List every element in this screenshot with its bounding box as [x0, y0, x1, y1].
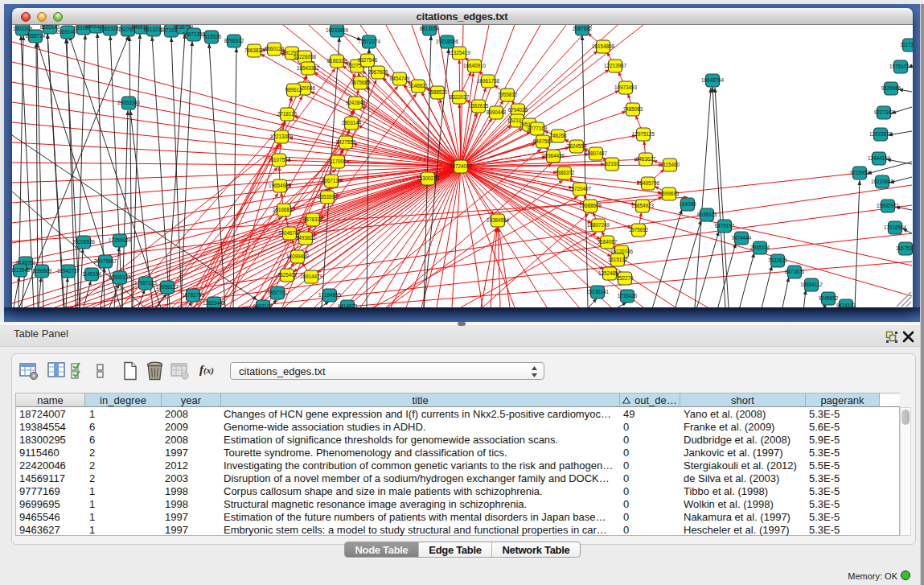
svg-text:9463627: 9463627	[636, 156, 656, 162]
svg-text:2935114: 2935114	[750, 245, 770, 250]
svg-text:16210643: 16210643	[871, 179, 894, 184]
svg-text:8296512: 8296512	[224, 38, 244, 43]
svg-text:15136141: 15136141	[586, 289, 610, 295]
svg-text:18724007: 18724007	[450, 163, 473, 169]
svg-text:73572274: 73572274	[358, 39, 381, 44]
svg-text:9115460: 9115460	[660, 162, 680, 167]
svg-text:8454749: 8454749	[390, 76, 410, 81]
svg-text:3875685: 3875685	[351, 80, 371, 85]
svg-text:16154808: 16154808	[592, 43, 615, 49]
svg-text:1362615: 1362615	[469, 103, 489, 109]
svg-text:19218506: 19218506	[436, 39, 459, 44]
svg-text:12975125: 12975125	[632, 131, 655, 137]
svg-text:9184067: 9184067	[598, 239, 618, 245]
svg-text:417006: 417006	[329, 159, 347, 164]
svg-text:19166827: 19166827	[273, 207, 296, 212]
svg-text:15692971: 15692971	[877, 203, 900, 208]
svg-text:1145194: 1145194	[82, 271, 102, 277]
svg-text:8471676: 8471676	[785, 269, 805, 274]
svg-text:252274: 252274	[616, 275, 634, 281]
svg-text:8322037: 8322037	[450, 94, 470, 100]
svg-text:9463102: 9463102	[253, 303, 273, 307]
svg-text:12093873: 12093873	[869, 131, 893, 137]
svg-text:6497568: 6497568	[533, 138, 553, 144]
svg-text:3913546: 3913546	[12, 267, 31, 273]
svg-text:13654923: 13654923	[631, 203, 655, 208]
svg-text:12444194: 12444194	[868, 155, 891, 161]
svg-text:7485063: 7485063	[623, 106, 643, 112]
svg-text:12942737: 12942737	[57, 268, 80, 274]
svg-text:12905135: 12905135	[109, 274, 132, 280]
svg-text:9857791: 9857791	[268, 290, 288, 295]
svg-text:9777169: 9777169	[528, 126, 548, 131]
svg-text:2718126: 2718126	[277, 111, 298, 117]
svg-text:10654112: 10654112	[800, 282, 823, 287]
svg-text:16640910: 16640910	[463, 63, 487, 68]
svg-text:2087682: 2087682	[573, 26, 593, 31]
svg-text:1733426: 1733426	[618, 293, 638, 299]
svg-text:9146821: 9146821	[409, 83, 429, 89]
svg-text:3267130: 3267130	[322, 178, 342, 183]
svg-text:16914479: 16914479	[300, 274, 323, 279]
svg-text:62160: 62160	[605, 161, 619, 167]
svg-text:9414873: 9414873	[338, 303, 358, 307]
svg-text:8186328: 8186328	[327, 58, 347, 64]
svg-text:19384554: 19384554	[487, 217, 510, 223]
svg-text:25495796: 25495796	[637, 180, 660, 186]
svg-text:15720407: 15720407	[569, 186, 592, 192]
svg-text:7386372: 7386372	[555, 170, 575, 175]
svg-text:30975867: 30975867	[94, 258, 117, 264]
svg-text:9699695: 9699695	[659, 191, 680, 196]
svg-text:9474103: 9474103	[836, 303, 856, 307]
svg-text:20206536: 20206536	[72, 239, 96, 245]
svg-text:1167534: 1167534	[896, 245, 913, 251]
svg-text:7625402: 7625402	[277, 272, 298, 278]
svg-text:9227342: 9227342	[874, 109, 894, 115]
svg-text:17359924: 17359924	[109, 237, 132, 243]
svg-text:17957223: 17957223	[134, 280, 158, 286]
svg-text:8813054: 8813054	[420, 26, 440, 31]
svg-text:10973493: 10973493	[614, 84, 638, 90]
svg-text:19654985: 19654985	[269, 183, 292, 188]
svg-text:746266: 746266	[549, 133, 567, 138]
svg-text:14099489: 14099489	[286, 253, 310, 259]
svg-text:8990448: 8990448	[487, 109, 507, 115]
svg-text:6794028: 6794028	[508, 107, 528, 113]
svg-text:164095: 164095	[679, 201, 696, 207]
svg-text:29053346: 29053346	[117, 100, 141, 105]
svg-text:7955812: 7955812	[498, 92, 518, 97]
svg-text:989612: 989612	[285, 87, 302, 93]
svg-text:1353594: 1353594	[318, 194, 338, 200]
svg-text:5493822: 5493822	[296, 235, 316, 241]
svg-text:10688609: 10688609	[579, 203, 602, 208]
svg-text:9245652: 9245652	[819, 295, 839, 301]
svg-text:7663822: 7663822	[244, 47, 265, 53]
svg-text:1588520: 1588520	[428, 89, 448, 95]
svg-text:2803144: 2803144	[342, 120, 362, 126]
svg-text:9329966: 9329966	[881, 85, 901, 91]
svg-text:3624554: 3624554	[567, 143, 587, 149]
svg-text:53226058: 53226058	[294, 54, 317, 60]
svg-text:11325419: 11325419	[448, 50, 470, 56]
svg-text:10958127: 10958127	[156, 284, 179, 290]
svg-text:1156809: 1156809	[32, 268, 52, 274]
svg-text:6479197: 6479197	[715, 223, 735, 229]
svg-text:15751074: 15751074	[889, 64, 913, 69]
svg-text:1615132: 1615132	[608, 257, 628, 262]
svg-text:9327546: 9327546	[358, 57, 378, 63]
svg-text:20364436: 20364436	[542, 153, 565, 159]
svg-text:9242848: 9242848	[346, 100, 366, 105]
svg-text:12823448: 12823448	[203, 300, 226, 306]
svg-text:15300273: 15300273	[417, 175, 440, 181]
svg-text:16033809: 16033809	[326, 27, 349, 33]
svg-text:2055714: 2055714	[26, 33, 46, 39]
svg-text:16782759: 16782759	[182, 292, 205, 298]
svg-text:18807249: 18807249	[587, 222, 610, 228]
svg-text:16107554: 16107554	[268, 157, 291, 163]
svg-text:7515526: 7515526	[202, 34, 222, 39]
svg-text:17016504: 17016504	[884, 225, 907, 230]
svg-text:10807487: 10807487	[585, 150, 608, 156]
svg-text:2967608: 2967608	[368, 69, 388, 75]
svg-text:8938923: 8938923	[697, 212, 717, 217]
svg-text:8878335: 8878335	[303, 216, 323, 222]
